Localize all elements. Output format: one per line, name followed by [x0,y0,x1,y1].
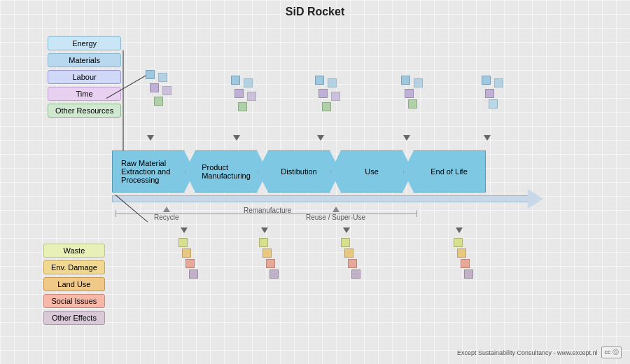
process-step-raw-material: Raw Material Extraction and Processing [112,150,195,192]
flow-arrow [112,194,543,204]
input-labels-container: Energy Materials Labour Time Other Resou… [48,36,121,118]
arrow-down-out-eol [456,227,463,233]
arrow-down-out-raw [181,227,188,233]
input-label-time: Time [48,87,121,101]
input-label-energy: Energy [48,36,121,50]
input-squares-eol [482,76,503,108]
footer: Except Sustainability Consultancy - www.… [457,346,622,358]
arrow-down-eol [484,135,491,141]
output-squares-eol [454,238,473,279]
feedback-line [115,214,416,214]
process-step-manufacturing: Product Manufacturing [185,150,267,192]
arrow-down-out-dist [343,227,350,233]
output-label-land: Land Use [43,277,105,291]
arrow-down-dist [317,135,324,141]
arrow-down-raw [147,135,154,141]
process-step-distribution: Distibution [258,150,340,192]
output-label-social: Social Issues [43,294,105,308]
output-squares-dist [341,238,360,279]
arrow-down-out-manuf [261,227,268,233]
input-label-materials: Materials [48,53,121,67]
remanufacture-feedback: Remanufacture [244,206,291,216]
input-label-labour: Labour [48,70,121,84]
output-labels-container: Waste Env. Damage Land Use Social Issues… [43,244,105,325]
input-squares-dist [315,76,340,111]
output-label-env: Env. Damage [43,260,105,274]
process-step-use: Use [330,150,413,192]
input-label-other-resources: Other Resources [48,104,121,118]
connector-line-vertical [122,50,124,154]
arrow-down-manuf [233,135,240,141]
arrow-down-use [403,135,410,141]
feedback-line-left [115,210,116,217]
process-flow: Raw Material Extraction and Processing P… [112,150,486,192]
feedback-line-right [416,210,417,217]
output-label-waste: Waste [43,244,105,258]
input-squares-use [401,76,423,108]
footer-text: Except Sustainability Consultancy - www.… [457,349,598,356]
output-squares-raw [178,238,198,279]
output-label-other-effects: Other Effects [43,311,105,325]
input-squares-raw [146,70,172,106]
input-squares-manuf [231,76,256,111]
process-step-end-of-life: End of Life [403,150,486,192]
page-title: SiD Rocket [0,0,630,18]
cc-badge: cc ⓒ [601,346,622,358]
output-squares-manuf [259,238,279,279]
